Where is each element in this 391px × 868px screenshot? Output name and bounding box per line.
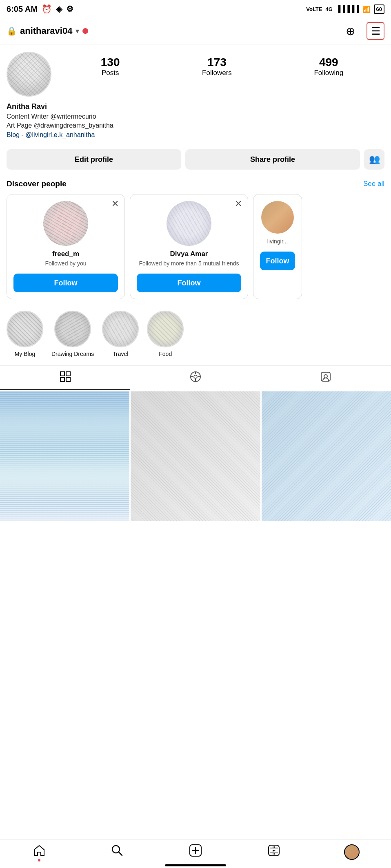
highlight-label: Food: [159, 351, 172, 357]
add-nav-item[interactable]: [183, 842, 208, 862]
top-nav: 🔒 anitharavi04 ▾ ⊕ ☰: [0, 18, 391, 44]
highlight-label: My Blog: [15, 351, 36, 357]
profile-bio-3[interactable]: Blog - @livingirl.e.k_anhanitha: [7, 130, 384, 139]
card-avatar-2: [167, 201, 211, 246]
stats-area: 130 Posts 173 Followers 499 Following: [60, 52, 384, 77]
posts-label: Posts: [102, 69, 119, 77]
tab-tagged[interactable]: [261, 366, 391, 390]
profile-nav-item[interactable]: [340, 842, 364, 862]
card-username-2: Divya Amar: [170, 250, 208, 258]
gesture-bar: [165, 864, 226, 866]
follow-button-1[interactable]: Follow: [13, 274, 118, 292]
notification-dot: [82, 28, 88, 34]
follow-button-3[interactable]: Follow: [260, 252, 295, 270]
svg-rect-10: [321, 372, 330, 381]
status-right: VoLTE 4G ▐▐▐▐▐ 📶 60: [306, 4, 384, 14]
add-icon: [189, 844, 202, 860]
post-thumb-inner: [131, 391, 260, 521]
highlight-item[interactable]: Travel: [102, 311, 139, 357]
add-post-button[interactable]: ⊕: [341, 22, 359, 40]
following-label: Following: [314, 69, 343, 77]
search-nav-item[interactable]: [105, 842, 129, 862]
signal-icon: ▐▐▐▐▐: [336, 5, 359, 13]
dropdown-arrow-icon[interactable]: ▾: [76, 27, 79, 35]
followers-label: Followers: [202, 69, 232, 77]
nav-icons: ⊕ ☰: [341, 22, 384, 40]
action-buttons: Edit profile Share profile 👥: [0, 145, 391, 174]
discover-card: ✕ freed_m Followed by you Follow: [7, 194, 125, 299]
media-icon: ◈: [56, 4, 62, 14]
highlight-inner: [7, 311, 42, 347]
4g-icon: 4G: [326, 6, 333, 12]
see-all-link[interactable]: See all: [363, 180, 384, 188]
svg-point-5: [194, 375, 197, 378]
add-friend-icon: 👥: [369, 154, 380, 165]
svg-marker-18: [273, 850, 275, 852]
profile-name: Anitha Ravi: [7, 102, 384, 111]
card-avatar-3: [261, 201, 294, 234]
tab-reels[interactable]: [130, 366, 260, 390]
post-thumbnail[interactable]: [262, 391, 391, 521]
close-card-button[interactable]: ✕: [111, 199, 119, 209]
post-thumbnail[interactable]: [0, 391, 129, 521]
following-stat[interactable]: 499 Following: [314, 56, 343, 77]
discover-card: ✕ Divya Amar Followed by more than 5 mut…: [130, 194, 248, 299]
post-thumbnail[interactable]: [131, 391, 260, 521]
highlight-inner: [55, 311, 90, 347]
highlight-item[interactable]: My Blog: [7, 311, 43, 357]
close-card-button-2[interactable]: ✕: [235, 199, 242, 209]
card-desc-1: Followed by you: [45, 260, 86, 267]
post-tabs: [0, 365, 391, 390]
bottom-nav: [0, 839, 391, 868]
profile-bio-2: Art Page @drawingdreams_byanitha: [7, 121, 384, 130]
card-avatar-inner: [167, 201, 211, 246]
profile-info: Anitha Ravi Content Writer @writermecuri…: [0, 101, 391, 145]
alarm-icon: ⏰: [42, 4, 52, 14]
share-profile-button[interactable]: Share profile: [185, 149, 360, 170]
reels-nav-item[interactable]: [262, 842, 286, 862]
discover-header: Discover people See all: [7, 179, 384, 188]
profile-avatar[interactable]: [7, 52, 51, 97]
highlight-item[interactable]: Food: [147, 311, 184, 357]
home-nav-item[interactable]: [27, 842, 51, 862]
username-text[interactable]: anitharavi04: [20, 26, 72, 36]
add-friend-button[interactable]: 👥: [364, 149, 384, 170]
follow-button-2[interactable]: Follow: [137, 274, 241, 292]
hamburger-menu-button[interactable]: ☰: [367, 22, 384, 40]
svg-rect-3: [66, 378, 70, 382]
highlight-circle: [102, 311, 139, 347]
followers-stat[interactable]: 173 Followers: [202, 56, 232, 77]
profile-header: 130 Posts 173 Followers 499 Following: [0, 44, 391, 101]
reels-nav-icon: [267, 844, 280, 860]
wifi-icon: 📶: [362, 5, 371, 13]
svg-line-13: [119, 852, 122, 855]
tab-grid[interactable]: [0, 366, 130, 390]
edit-profile-button[interactable]: Edit profile: [7, 149, 181, 170]
following-count: 499: [319, 56, 338, 69]
card-desc-3: livingir...: [267, 238, 288, 245]
username-area: 🔒 anitharavi04 ▾: [7, 26, 88, 36]
svg-rect-1: [66, 372, 70, 376]
home-notification-dot: [38, 859, 40, 861]
battery-icon: 60: [374, 4, 384, 14]
card-desc-2: Followed by more than 5 mutual friends: [139, 260, 239, 267]
posts-stat[interactable]: 130 Posts: [101, 56, 120, 77]
status-left: 6:05 AM ⏰ ◈ ⚙: [7, 4, 73, 14]
profile-bio-1: Content Writer @writermecurio: [7, 112, 384, 121]
highlight-item[interactable]: Drawing Dreams: [51, 311, 94, 357]
post-thumb-inner: [262, 391, 391, 521]
highlight-inner: [103, 311, 138, 347]
posts-count: 130: [101, 56, 120, 69]
post-thumb-inner: [0, 391, 129, 521]
discover-title: Discover people: [7, 179, 67, 188]
card-avatar-inner: [261, 201, 294, 234]
grid-icon: [60, 371, 71, 385]
highlight-inner: [148, 311, 183, 347]
highlight-label: Travel: [113, 351, 128, 357]
posts-grid: [0, 391, 391, 521]
discover-section: Discover people See all ✕ freed_m Follow…: [0, 174, 391, 303]
card-avatar-inner: [43, 201, 88, 246]
tagged-icon: [320, 371, 331, 385]
svg-rect-2: [60, 378, 64, 382]
status-bar: 6:05 AM ⏰ ◈ ⚙ VoLTE 4G ▐▐▐▐▐ 📶 60: [0, 0, 391, 18]
